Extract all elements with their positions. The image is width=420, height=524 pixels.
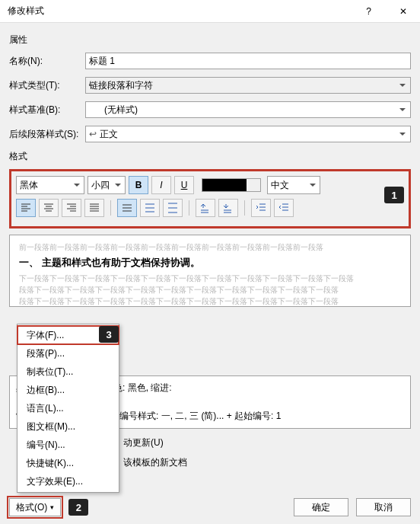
template-option-label: 该模板的新文档 [123,456,187,469]
script-select[interactable]: 中文 [267,176,320,194]
dialog-title: 修改样式 [8,5,352,18]
callout-3: 3 [99,326,119,343]
font-size-select[interactable]: 小四 [88,176,126,194]
line-spacing-2-icon [167,203,178,213]
line-spacing-2-button[interactable] [163,199,183,217]
menu-language[interactable]: 语言(L)... [18,399,119,417]
italic-button[interactable]: I [151,176,171,194]
preview-ghost-after3: 段落下一段落下一段落下一段落下一段落下一段落下一段落下一段落下一段落下一段落下一… [19,296,401,307]
format-menu: 字体(F)... 段落(P)... 制表位(T)... 边框(B)... 语言(… [17,324,119,493]
align-left-button[interactable] [16,199,36,217]
space-before-inc-button[interactable] [196,199,215,217]
align-right-button[interactable] [62,199,81,217]
format-button[interactable]: 格式(O) [9,498,61,516]
preview-box: 前一段落前一段落前一段落前一段落前一段落前一段落前一段落前一段落前一段落前一段落… [9,235,411,307]
preview-main-text: 一、 主题和样式也有助于文档保持协调。 [19,256,401,270]
menu-numbering[interactable]: 编号(N)... [18,436,119,454]
underline-button[interactable]: U [174,176,194,194]
callout-1: 1 [384,187,404,203]
properties-section-label: 属性 [9,34,411,46]
line-spacing-15-icon [145,203,155,213]
name-input[interactable] [85,53,411,69]
align-left-icon [21,203,31,213]
line-spacing-1-icon [122,203,132,213]
format-section-label: 格式 [9,150,411,163]
menu-tabs[interactable]: 制表位(T)... [18,363,119,381]
help-button[interactable]: ? [352,0,386,23]
align-justify-icon [89,203,100,213]
menu-border[interactable]: 边框(B)... [18,381,119,399]
font-family-select[interactable]: 黑体 [16,176,84,194]
preview-ghost-after1: 下一段落下一段落下一段落下一段落下一段落下一段落下一段落下一段落下一段落下一段落… [19,273,401,284]
align-right-icon [66,203,77,213]
indent-increase-icon [278,203,289,213]
space-before-dec-button[interactable] [218,199,238,217]
indent-decrease-button[interactable] [251,199,271,217]
auto-update-label: 动更新(U) [123,436,164,449]
bold-button[interactable]: B [129,176,148,194]
align-justify-button[interactable] [84,199,104,217]
cancel-button[interactable]: 取消 [356,498,411,516]
close-button[interactable]: ✕ [386,0,420,23]
color-swatch [202,179,247,191]
menu-frame[interactable]: 图文框(M)... [18,417,119,436]
style-type-label: 样式类型(T): [9,79,85,92]
line-spacing-1-button[interactable] [117,199,137,217]
preview-ghost-before: 前一段落前一段落前一段落前一段落前一段落前一段落前一段落前一段落前一段落前一段落 [19,241,401,253]
based-on-select[interactable]: (无样式) [85,101,411,118]
ok-button[interactable]: 确定 [294,498,348,516]
preview-ghost-after2: 段落下一段落下一段落下一段落下一段落下一段落下一段落下一段落下一段落下一段落下一… [19,284,401,296]
space-before-dec-icon [223,203,234,213]
next-style-label: 后续段落样式(S): [9,128,85,141]
menu-paragraph[interactable]: 段落(P)... [18,344,119,363]
style-type-select[interactable]: 链接段落和字符 [85,77,411,94]
line-spacing-15-button[interactable] [140,199,160,217]
next-style-select[interactable]: 正文 [85,126,411,142]
callout-2: 2 [68,499,88,516]
space-before-inc-icon [200,203,211,213]
indent-increase-button[interactable] [274,199,294,217]
based-on-label: 样式基准(B): [9,104,85,117]
format-toolbar-group: 黑体 小四 B I U 中文 1 [9,169,411,228]
name-label: 名称(N): [9,55,85,68]
menu-text-effects[interactable]: 文字效果(E)... [18,472,119,490]
align-center-icon [43,203,54,213]
indent-decrease-icon [256,203,266,213]
title-bar: 修改样式 ? ✕ [0,0,420,23]
font-color-select[interactable] [202,178,261,192]
menu-shortcut[interactable]: 快捷键(K)... [18,454,119,472]
align-center-button[interactable] [39,199,59,217]
